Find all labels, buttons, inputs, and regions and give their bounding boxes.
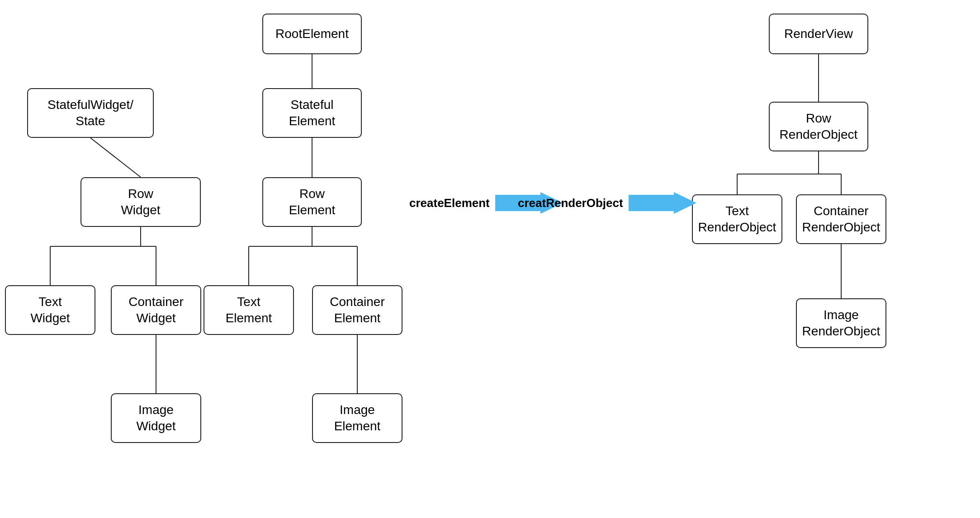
image-render-object-node: ImageRenderObject xyxy=(796,298,886,348)
container-widget-node: ContainerWidget xyxy=(111,285,201,335)
image-widget-node: ImageWidget xyxy=(111,393,201,443)
text-render-object-node: TextRenderObject xyxy=(692,194,782,244)
create-render-object-label: creatRenderObject xyxy=(518,196,623,210)
container-element-node: ContainerElement xyxy=(312,285,402,335)
row-element-node: RowElement xyxy=(262,177,362,227)
row-widget-node: RowWidget xyxy=(80,177,201,227)
row-render-object-node: RowRenderObject xyxy=(769,102,868,151)
diagram: StatefulWidget/State RowWidget TextWidge… xyxy=(0,0,980,518)
stateful-element-node: StatefulElement xyxy=(262,88,362,138)
container-render-object-node: ContainerRenderObject xyxy=(796,194,886,244)
text-widget-node: TextWidget xyxy=(5,285,95,335)
image-element-node: ImageElement xyxy=(312,393,402,443)
stateful-widget-state-node: StatefulWidget/State xyxy=(27,88,154,138)
svg-line-0 xyxy=(90,138,141,177)
create-render-object-arrow: creatRenderObject xyxy=(518,192,696,214)
root-element-node: RootElement xyxy=(262,14,362,54)
text-element-node: TextElement xyxy=(204,285,294,335)
create-render-object-arrow-shape xyxy=(629,192,696,214)
render-view-node: RenderView xyxy=(769,14,868,54)
create-element-label: createElement xyxy=(409,196,490,210)
